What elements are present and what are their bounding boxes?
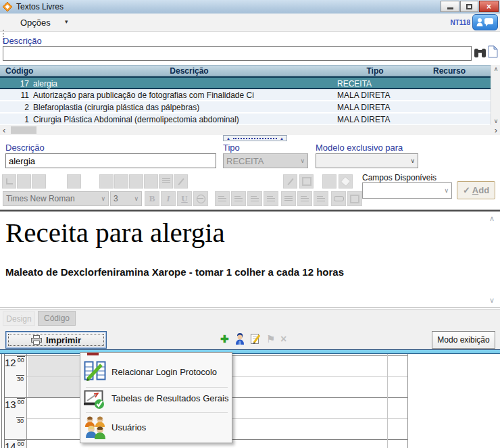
format-corner-button[interactable] bbox=[2, 174, 16, 189]
bullet-list-icon bbox=[301, 196, 309, 202]
format-button[interactable] bbox=[144, 174, 158, 189]
table-row[interactable]: 11 Autorização para publicação de fotogr… bbox=[0, 89, 491, 101]
form-descricao-label: Descrição bbox=[5, 143, 45, 153]
scroll-down-icon[interactable]: ∨ bbox=[491, 118, 500, 124]
scrollbar-thumb[interactable] bbox=[11, 126, 36, 134]
user-code-label: NT118 bbox=[451, 19, 470, 26]
scheduler-column-line bbox=[387, 354, 388, 448]
number-list-button[interactable] bbox=[314, 191, 328, 206]
format-button[interactable] bbox=[32, 174, 46, 189]
edit-document-icon[interactable] bbox=[251, 333, 261, 347]
menu-separator bbox=[86, 387, 228, 388]
imprimir-label: Imprimir bbox=[46, 335, 81, 345]
format-button[interactable] bbox=[114, 174, 128, 189]
maximize-button[interactable] bbox=[460, 1, 478, 12]
outdent-button[interactable] bbox=[264, 191, 278, 206]
table-horizontal-scrollbar[interactable]: ‹ › bbox=[0, 125, 500, 135]
hyperlink-button[interactable] bbox=[331, 191, 346, 206]
cell-tipo: MALA DIRETA bbox=[337, 103, 390, 112]
table-row[interactable]: 2 Blefaroplastia (cirurgia plástica das … bbox=[0, 101, 491, 114]
menu-opcoes[interactable]: Opções bbox=[20, 18, 51, 28]
menu-item-label[interactable]: Usuários bbox=[111, 422, 146, 432]
cell-tipo: MALA DIRETA bbox=[337, 115, 390, 124]
shape-button[interactable] bbox=[339, 174, 353, 189]
border-button[interactable] bbox=[347, 191, 362, 206]
align-left-icon bbox=[218, 196, 226, 202]
new-document-icon[interactable] bbox=[488, 45, 498, 60]
scroll-down-icon[interactable]: ∨ bbox=[489, 296, 495, 305]
list-icon bbox=[162, 178, 170, 184]
cell-descricao: Blefaroplastia (cirurgia plástica das pá… bbox=[33, 103, 199, 112]
form-modelo-select[interactable]: ∨ bbox=[316, 153, 418, 168]
form-tipo-select[interactable]: RECEITA ∨ bbox=[223, 153, 308, 168]
form-descricao-input[interactable] bbox=[5, 153, 216, 168]
signature-button[interactable] bbox=[283, 174, 297, 189]
person-edit-icon[interactable] bbox=[234, 332, 246, 347]
table-row-selected[interactable]: 17 alergia RECEITA bbox=[0, 76, 491, 89]
format-button[interactable] bbox=[17, 174, 31, 189]
format-list-button[interactable] bbox=[159, 174, 173, 189]
window-divider bbox=[0, 349, 500, 354]
close-icon: × bbox=[486, 2, 491, 11]
person-chat-icon bbox=[476, 18, 494, 27]
align-justify-button[interactable] bbox=[281, 191, 296, 206]
bullet-list-button[interactable] bbox=[297, 191, 312, 206]
format-button[interactable] bbox=[67, 174, 81, 189]
bold-button[interactable]: B bbox=[145, 191, 159, 206]
check-icon: ✓ bbox=[463, 185, 470, 195]
header-codigo[interactable]: Código bbox=[5, 66, 33, 76]
tab-codigo[interactable]: Código bbox=[38, 311, 76, 326]
header-tipo[interactable]: Tipo bbox=[338, 66, 412, 76]
delete-icon[interactable]: × bbox=[280, 334, 286, 345]
add-button[interactable]: ✓ Add bbox=[457, 181, 495, 199]
font-color-button[interactable] bbox=[193, 191, 208, 206]
cell-tipo: RECEITA bbox=[337, 79, 372, 89]
textos-livres-window: Textos Livres × Opções ▾ NT118 Descrição… bbox=[0, 0, 500, 448]
header-descricao[interactable]: Descrição bbox=[122, 66, 257, 76]
align-left-button[interactable] bbox=[215, 191, 230, 206]
outdent-icon bbox=[267, 196, 275, 202]
time-label: 1400 bbox=[5, 441, 24, 448]
modo-exibicao-button[interactable]: Modo exibição bbox=[432, 331, 495, 349]
format-button[interactable] bbox=[129, 174, 143, 189]
scroll-up-icon[interactable]: ∧ bbox=[489, 214, 495, 223]
campos-disponiveis-select[interactable]: ∨ bbox=[362, 182, 452, 199]
frame-button[interactable] bbox=[299, 174, 314, 189]
add-record-icon[interactable]: ✚ bbox=[220, 334, 229, 345]
format-button[interactable] bbox=[99, 174, 114, 189]
globe-icon bbox=[197, 195, 205, 203]
italic-button[interactable]: I bbox=[161, 191, 176, 206]
table-row[interactable]: 1 Cirurgia Plástica Abdominal (dermolipe… bbox=[0, 114, 491, 126]
scroll-up-icon[interactable]: ∧ bbox=[491, 66, 500, 72]
pen-icon bbox=[287, 178, 293, 184]
menu-item-label[interactable]: Relacionar Login Protocolo bbox=[111, 367, 217, 377]
search-input[interactable] bbox=[3, 46, 472, 61]
cell-codigo: 11 bbox=[0, 91, 29, 100]
scroll-left-icon[interactable]: ‹ bbox=[3, 125, 5, 135]
underline-button[interactable]: U bbox=[177, 191, 192, 206]
scroll-right-icon[interactable]: › bbox=[495, 125, 497, 135]
justify-icon bbox=[284, 196, 293, 202]
format-button[interactable] bbox=[322, 174, 336, 189]
chat-users-button[interactable] bbox=[472, 14, 498, 30]
font-size-select[interactable]: 3 ∨ bbox=[110, 191, 142, 206]
chevron-down-icon[interactable]: ▾ bbox=[65, 18, 68, 25]
minimize-button[interactable] bbox=[441, 1, 459, 12]
splitter-handle[interactable]: ▲ ▲ bbox=[223, 135, 287, 141]
add-label: Add bbox=[472, 185, 489, 195]
align-center-button[interactable] bbox=[231, 191, 246, 206]
font-name-select[interactable]: Times New Roman ∨ bbox=[3, 191, 109, 206]
menu-separator bbox=[86, 412, 228, 413]
flag-icon[interactable]: ⚑ bbox=[266, 334, 275, 345]
format-pencil-button[interactable] bbox=[174, 174, 188, 189]
search-binoculars-icon[interactable] bbox=[474, 48, 486, 60]
imprimir-button[interactable]: Imprimir bbox=[5, 331, 107, 349]
header-recurso[interactable]: Recurso bbox=[416, 66, 483, 76]
table-vertical-scrollbar[interactable]: ∧ ∨ bbox=[491, 65, 500, 125]
close-button[interactable]: × bbox=[479, 1, 499, 12]
indent-button[interactable] bbox=[247, 191, 262, 206]
menu-item-label[interactable]: Tabelas de Resultados Gerais bbox=[111, 393, 228, 403]
align-center-icon bbox=[234, 196, 243, 202]
tab-design[interactable]: Design bbox=[3, 312, 35, 326]
maximize-icon bbox=[466, 4, 472, 9]
